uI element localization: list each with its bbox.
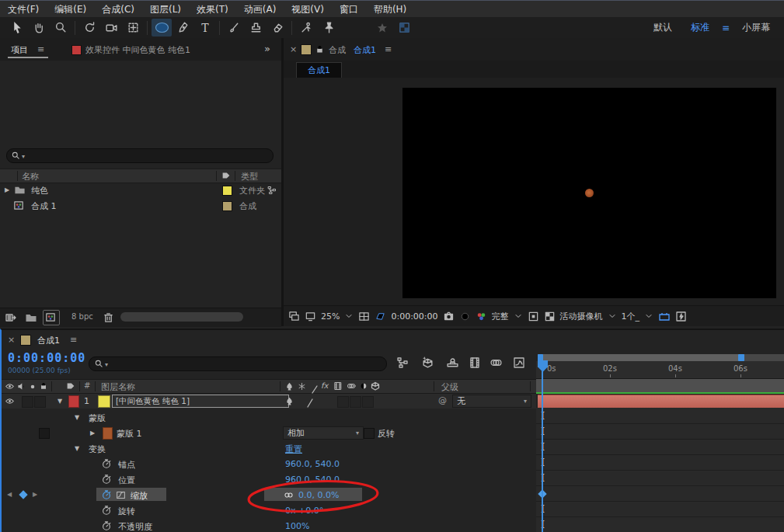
- bit-depth-button[interactable]: 8 bpc: [71, 312, 93, 321]
- hand-tool[interactable]: [29, 19, 49, 37]
- clone-stamp-tool[interactable]: [246, 19, 266, 37]
- workspace-small-screen[interactable]: 小屏幕: [733, 21, 779, 34]
- roto-brush-tool[interactable]: [296, 19, 316, 37]
- horizontal-scrollbar[interactable]: [120, 312, 243, 322]
- property-value[interactable]: 960.0, 540.0: [285, 459, 340, 469]
- menu-layer[interactable]: 图层(L): [142, 3, 189, 16]
- composition-canvas[interactable]: [402, 88, 776, 298]
- group-label[interactable]: 蒙版: [89, 412, 106, 424]
- column-name[interactable]: 名称: [22, 171, 39, 183]
- new-folder-icon[interactable]: [25, 311, 37, 324]
- draft-3d-icon[interactable]: [421, 356, 434, 369]
- parent-dropdown[interactable]: 无 ▾: [452, 395, 531, 408]
- frame-blend-switch-icon[interactable]: [333, 381, 343, 391]
- layer-row[interactable]: ▼ 1 [中间色黄色 纯色 1] @ 无 ▾: [2, 394, 536, 409]
- camera-chevron-icon[interactable]: [608, 311, 617, 321]
- column-number[interactable]: #: [84, 381, 90, 390]
- group-expand-triangle-icon[interactable]: ▼: [75, 414, 79, 421]
- rotate-tool[interactable]: [79, 19, 99, 37]
- opacity-row[interactable]: 不透明度 100%: [2, 518, 536, 532]
- menu-help[interactable]: 帮助(H): [366, 3, 414, 16]
- layer-label-chip[interactable]: [68, 395, 79, 408]
- property-value[interactable]: 960.0, 540.0: [285, 475, 340, 485]
- menu-edit[interactable]: 编辑(E): [47, 3, 94, 16]
- comp-title-name[interactable]: 合成1: [354, 44, 376, 56]
- timeline-tab-label[interactable]: 合成1: [37, 335, 60, 346]
- mask-mode-dropdown[interactable]: 相加 ▾: [283, 426, 364, 440]
- label-tag-icon[interactable]: [65, 381, 76, 391]
- close-icon[interactable]: ×: [290, 44, 297, 54]
- anchor-point-row[interactable]: 锚点 960.0, 540.0: [2, 456, 536, 471]
- label-color-chip[interactable]: [222, 201, 232, 211]
- pixel-aspect-correction-icon[interactable]: [658, 311, 671, 322]
- region-of-interest-icon[interactable]: [375, 311, 386, 322]
- view-layout-value[interactable]: 1个_: [622, 311, 640, 322]
- add-keyframe-diamond-icon[interactable]: [19, 490, 27, 499]
- eraser-tool[interactable]: [267, 19, 287, 37]
- rotation-row[interactable]: 旋转 0x +0.0°: [2, 502, 536, 518]
- mask-visibility-cell[interactable]: [39, 428, 50, 439]
- mask-color-chip[interactable]: [103, 427, 113, 440]
- shy-layers-icon[interactable]: [446, 356, 459, 369]
- resolution-chevron-icon[interactable]: [514, 311, 523, 321]
- grid-guides-icon[interactable]: [358, 311, 370, 322]
- pen-tool[interactable]: [173, 19, 193, 37]
- tab-effect-controls[interactable]: 效果控件 中间色黄色 纯色1: [85, 44, 190, 56]
- menu-window[interactable]: 窗口: [332, 3, 366, 16]
- position-row[interactable]: 位置 960.0, 540.0: [2, 471, 536, 487]
- label-color-chip[interactable]: [222, 186, 232, 196]
- adjustment-layer-switch-icon[interactable]: [359, 381, 368, 391]
- frame-blending-icon[interactable]: [469, 356, 481, 369]
- lock-toggle-cell[interactable]: [34, 396, 46, 408]
- property-label[interactable]: 位置: [118, 475, 135, 486]
- star-icon[interactable]: [372, 19, 392, 37]
- menu-composition[interactable]: 合成(C): [94, 3, 142, 16]
- column-type[interactable]: 类型: [241, 171, 258, 183]
- comp-panel-menu-icon[interactable]: ≡: [385, 44, 392, 54]
- magnification-value[interactable]: 25%: [321, 311, 340, 322]
- main-monitor-icon[interactable]: [305, 311, 316, 322]
- ellipse-tool[interactable]: [152, 19, 172, 37]
- column-parent[interactable]: 父级: [441, 381, 458, 393]
- transform-group-row[interactable]: ▼ 变换 重置: [2, 440, 536, 456]
- pan-behind-tool[interactable]: [123, 19, 143, 37]
- property-label[interactable]: 旋转: [118, 506, 135, 517]
- new-composition-button[interactable]: [43, 310, 60, 325]
- next-keyframe-arrow-icon[interactable]: ▶: [33, 491, 37, 498]
- scaled-solid-dot[interactable]: [585, 189, 594, 197]
- playhead-line[interactable]: [542, 358, 543, 532]
- close-icon[interactable]: ×: [8, 335, 15, 345]
- tab-overflow-icon[interactable]: »: [264, 43, 270, 54]
- effects-fx-icon[interactable]: fx: [321, 381, 328, 390]
- toggle-transparency-icon[interactable]: [544, 311, 556, 322]
- project-search-input[interactable]: ▾: [6, 148, 274, 163]
- current-timecode[interactable]: 0:00:00:00: [8, 351, 85, 365]
- layer-visibility-eye-icon[interactable]: [5, 396, 15, 406]
- property-label[interactable]: 不透明度: [118, 521, 152, 532]
- stopwatch-icon[interactable]: [101, 474, 112, 485]
- three-d-switch-icon[interactable]: [371, 381, 380, 391]
- group-expand-triangle-icon[interactable]: ▼: [75, 445, 79, 452]
- brush-tool[interactable]: [224, 19, 244, 37]
- graph-editor-icon[interactable]: [513, 356, 525, 369]
- quality-switch-icon[interactable]: [284, 381, 294, 391]
- layer-duration-bar[interactable]: [538, 395, 784, 409]
- previous-keyframe-arrow-icon[interactable]: ◀: [7, 491, 12, 498]
- track-area[interactable]: I I I I I I I: [536, 408, 784, 532]
- lock-icon[interactable]: [39, 381, 48, 391]
- snapshot-camera-icon[interactable]: [443, 311, 455, 322]
- layer-name-field[interactable]: [中间色黄色 纯色 1]: [112, 395, 289, 408]
- mini-flowchart-icon[interactable]: [396, 356, 409, 369]
- layer-draft-slash-icon[interactable]: [306, 396, 314, 405]
- comp-timecode[interactable]: 0:00:00:00: [391, 311, 437, 322]
- always-preview-icon[interactable]: [288, 311, 300, 322]
- mask-invert-checkbox[interactable]: [364, 428, 375, 439]
- active-camera-value[interactable]: 活动摄像机: [560, 311, 603, 322]
- video-eye-icon[interactable]: [5, 381, 15, 391]
- selection-tool[interactable]: [7, 19, 27, 37]
- menu-file[interactable]: 文件(F): [0, 3, 47, 16]
- view-layout-chevron-icon[interactable]: [644, 311, 653, 321]
- motion-blur-switch-icon[interactable]: [346, 381, 356, 391]
- audio-speaker-icon[interactable]: [16, 381, 26, 391]
- property-value[interactable]: 0.0, 0.0%: [298, 490, 339, 500]
